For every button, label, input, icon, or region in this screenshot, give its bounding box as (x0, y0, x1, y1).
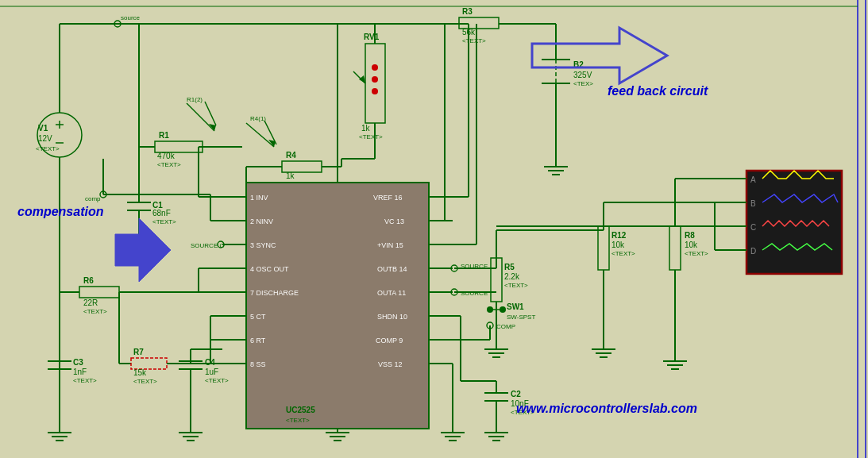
svg-text:8  SS: 8 SS (250, 360, 266, 368)
svg-text:7  DISCHARGE: 7 DISCHARGE (250, 289, 299, 297)
feedback-label: feed back circuit (608, 84, 708, 98)
svg-text:1  INV: 1 INV (250, 194, 268, 202)
svg-text:VSS  12: VSS 12 (378, 360, 403, 368)
svg-text:68nF: 68nF (152, 209, 171, 217)
compensation-label: compensation (17, 205, 104, 218)
svg-text:comp: comp (85, 195, 101, 202)
svg-text:10k: 10k (611, 241, 625, 249)
svg-text:R6: R6 (83, 276, 94, 285)
svg-text:source: source (121, 14, 141, 21)
website-label: www.microcontrollerslab.com (516, 402, 697, 415)
svg-text:22R: 22R (83, 298, 98, 307)
svg-text:<TEX>: <TEX> (573, 80, 593, 87)
svg-text:1uF: 1uF (205, 368, 218, 376)
svg-text:UC2525: UC2525 (286, 406, 315, 414)
svg-text:<TEXT>: <TEXT> (611, 250, 635, 257)
svg-text:R4(1): R4(1) (250, 115, 266, 122)
svg-rect-22 (155, 141, 203, 152)
svg-text:15k: 15k (133, 368, 147, 377)
svg-text:OUTB  14: OUTB 14 (377, 265, 407, 273)
svg-point-59 (372, 88, 378, 94)
svg-text:R5: R5 (504, 263, 515, 271)
svg-rect-49 (282, 161, 322, 172)
svg-rect-54 (365, 44, 385, 123)
svg-text:1nF: 1nF (73, 368, 87, 376)
svg-text:R1(2): R1(2) (187, 96, 203, 103)
svg-rect-0 (0, 0, 868, 458)
svg-text:SOURCE: SOURCE (461, 290, 488, 297)
svg-text:A: A (750, 175, 756, 184)
svg-text:<TEXT>: <TEXT> (152, 218, 176, 225)
svg-text:325V: 325V (573, 71, 592, 79)
svg-text:C3: C3 (73, 358, 83, 367)
circuit-schematic: V1 12V <TEXT> source R1 470k <TEXT> comp (0, 0, 868, 458)
svg-text:R3: R3 (462, 7, 473, 16)
svg-text:<TEXT>: <TEXT> (133, 378, 157, 385)
svg-text:<TEXT>: <TEXT> (73, 377, 97, 384)
svg-text:SOURCE O: SOURCE O (191, 242, 225, 249)
svg-text:R8: R8 (685, 231, 695, 240)
svg-text:B: B (750, 199, 756, 208)
svg-text:SHDN  10: SHDN 10 (377, 313, 407, 321)
svg-rect-209 (746, 171, 842, 274)
svg-point-57 (372, 64, 378, 71)
svg-text:1k: 1k (361, 124, 371, 133)
svg-text:VREF  16: VREF 16 (373, 194, 403, 202)
svg-text:COMP   9: COMP 9 (376, 337, 403, 344)
svg-text:<TEXT>: <TEXT> (83, 308, 107, 315)
svg-text:<TEXT>: <TEXT> (462, 37, 486, 44)
svg-rect-129 (79, 287, 119, 298)
svg-text:<TEXT>: <TEXT> (36, 145, 60, 152)
schematic-svg: V1 12V <TEXT> source R1 470k <TEXT> comp (0, 0, 868, 458)
svg-text:<TEXT>: <TEXT> (685, 250, 708, 257)
svg-text:R12: R12 (611, 231, 627, 240)
svg-text:2  NINV: 2 NINV (250, 217, 273, 225)
svg-text:<TEXT>: <TEXT> (286, 417, 310, 424)
svg-text:4  OSC OUT: 4 OSC OUT (250, 265, 289, 273)
svg-text:SW1: SW1 (507, 302, 524, 311)
svg-text:<TEXT>: <TEXT> (157, 161, 181, 168)
svg-text:SW-SPST: SW-SPST (507, 314, 535, 321)
svg-text:D: D (750, 247, 756, 256)
svg-text:+VIN  15: +VIN 15 (377, 241, 403, 249)
svg-text:COMP: COMP (496, 323, 515, 330)
svg-text:V1: V1 (38, 124, 48, 133)
svg-text:<TEXT>: <TEXT> (205, 377, 229, 384)
svg-text:6  RT: 6 RT (250, 337, 266, 344)
svg-point-58 (372, 76, 378, 83)
svg-rect-190 (598, 226, 609, 270)
svg-text:1k: 1k (286, 171, 295, 180)
svg-text:R4: R4 (286, 151, 296, 160)
svg-text:OUTA  11: OUTA 11 (377, 289, 406, 297)
svg-text:R1: R1 (159, 131, 169, 140)
svg-text:R7: R7 (133, 348, 144, 356)
svg-text:<TEXT>: <TEXT> (359, 133, 383, 140)
svg-rect-200 (669, 226, 681, 270)
svg-text:2.2k: 2.2k (504, 272, 520, 281)
svg-text:C2: C2 (511, 390, 521, 398)
svg-text:12V: 12V (38, 134, 52, 143)
svg-text:<TEXT>: <TEXT> (504, 282, 528, 289)
svg-text:10k: 10k (685, 241, 698, 249)
svg-text:3  SYNC: 3 SYNC (250, 241, 276, 249)
svg-text:RV1: RV1 (364, 33, 380, 41)
svg-text:5  CT: 5 CT (250, 313, 266, 321)
svg-text:470k: 470k (157, 152, 176, 160)
svg-text:C: C (750, 223, 756, 232)
svg-text:VC  13: VC 13 (384, 217, 404, 225)
